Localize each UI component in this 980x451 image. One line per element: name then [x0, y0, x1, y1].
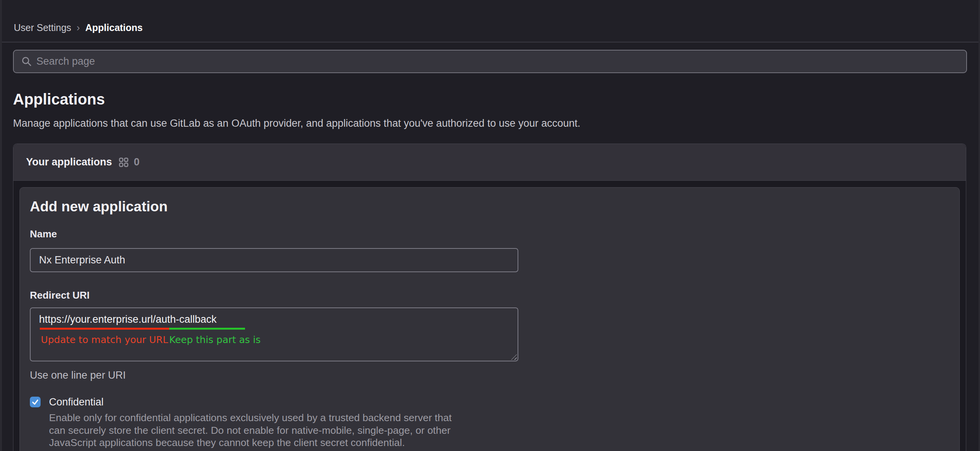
add-application-card: Add new application Name Redirect URI ht… [20, 187, 960, 451]
breadcrumb-user-settings[interactable]: User Settings [14, 22, 71, 33]
window-edge-right [978, 0, 980, 451]
confidential-label[interactable]: Confidential [49, 395, 452, 409]
redirect-uri-label: Redirect URI [30, 289, 949, 301]
page-content: Applications Manage applications that ca… [0, 50, 980, 451]
red-annotation: Update to match your URL [40, 334, 169, 345]
page-description: Manage applications that can use GitLab … [13, 117, 967, 130]
confidential-checkbox[interactable] [30, 397, 41, 407]
window-edge-left [0, 0, 2, 451]
redirect-uri-helper: Use one line per URI [30, 369, 949, 382]
confidential-texts: Confidential Enable only for confidentia… [49, 395, 452, 449]
green-annotation: Keep this part as is [169, 334, 245, 345]
name-label: Name [30, 228, 949, 240]
card-title: Add new application [30, 198, 949, 215]
checkmark-icon [31, 398, 39, 406]
name-input[interactable] [30, 248, 518, 272]
search-input[interactable] [36, 56, 959, 67]
search-icon [21, 56, 32, 67]
breadcrumb-bar: User Settings › Applications [0, 0, 980, 42]
uri-annotations: Update to match your URL Keep this part … [40, 334, 518, 345]
page-title: Applications [13, 90, 967, 108]
panel-title: Your applications [26, 156, 112, 168]
panel-header: Your applications 0 [13, 144, 966, 181]
confidential-help-text: Enable only for confidential application… [49, 412, 452, 449]
breadcrumb-applications[interactable]: Applications [85, 22, 143, 33]
green-underline [169, 328, 245, 330]
breadcrumb: User Settings › Applications [14, 22, 143, 33]
panel-body: Add new application Name Redirect URI ht… [13, 181, 966, 451]
redirect-uri-value: https://your.enterprise.url/auth-callbac… [39, 313, 518, 326]
confidential-row: Confidential Enable only for confidentia… [30, 395, 949, 449]
applications-count-badge: 0 [134, 156, 140, 168]
search-page-field[interactable] [13, 50, 967, 73]
your-applications-panel: Your applications 0 Add new application … [13, 144, 966, 451]
applications-grid-icon [119, 157, 129, 167]
uri-underline [40, 328, 518, 330]
chevron-right-icon: › [77, 23, 80, 33]
redirect-uri-textarea[interactable]: https://your.enterprise.url/auth-callbac… [30, 307, 518, 361]
textarea-resize-grip[interactable] [511, 354, 517, 360]
red-underline [40, 328, 169, 330]
